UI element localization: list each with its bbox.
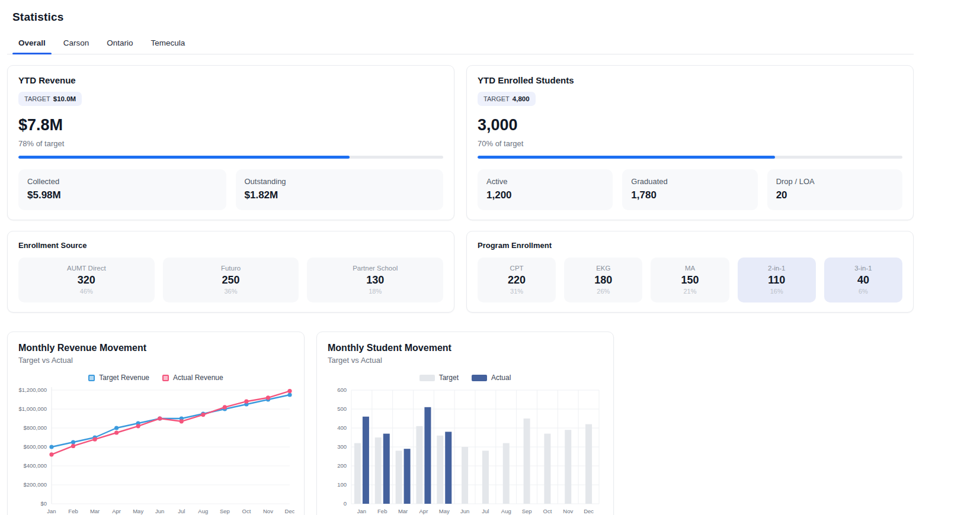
svg-text:Nov: Nov	[263, 508, 273, 514]
item-value: 250	[166, 274, 296, 287]
legend-label: Target Revenue	[99, 374, 149, 382]
svg-text:Dec: Dec	[584, 508, 594, 514]
item-percent: 26%	[568, 288, 639, 295]
revenue-subtext: 78% of target	[18, 139, 443, 148]
students_card-stat-value: 20	[776, 189, 893, 201]
item-percent: 6%	[828, 288, 899, 295]
svg-text:Jan: Jan	[357, 508, 366, 514]
enrollment-source-items: AUMT Direct32046%Futuro25036%Partner Sch…	[18, 258, 443, 302]
enrollment-source-item-partner-school: Partner School13018%	[307, 258, 443, 302]
revenue_card-stat-label: Outstanding	[245, 177, 435, 186]
ytd-students-card: YTD Enrolled Students TARGET 4,800 3,000…	[466, 65, 914, 220]
students-target-value: 4,800	[513, 95, 530, 102]
item-percent: 18%	[310, 288, 440, 295]
program-enrollment-item-cpt: CPT22031%	[478, 258, 556, 302]
revenue-chart-subtitle: Target vs Actual	[18, 356, 293, 365]
svg-text:$1,200,000: $1,200,000	[18, 387, 47, 393]
tab-carson[interactable]: Carson	[57, 33, 95, 54]
svg-text:$800,000: $800,000	[23, 424, 47, 431]
svg-text:Mar: Mar	[90, 508, 100, 514]
item-value: 180	[568, 274, 639, 287]
revenue_card-stat-collected: Collected$5.98M	[18, 169, 226, 210]
svg-text:Jun: Jun	[155, 508, 164, 514]
program-enrollment-title: Program Enrollment	[478, 241, 902, 250]
item-percent: 46%	[22, 288, 151, 295]
svg-text:$1,000,000: $1,000,000	[18, 405, 47, 412]
svg-text:200: 200	[337, 462, 347, 469]
legend-swatch	[88, 375, 95, 381]
student-bar-chart: 0100200300400500600JanFebMarAprMayJunJul…	[328, 383, 604, 515]
svg-text:Apr: Apr	[112, 508, 121, 514]
tab-temecula[interactable]: Temecula	[145, 33, 191, 54]
item-value: 150	[654, 274, 725, 287]
item-label: Partner School	[310, 265, 440, 272]
legend-swatch	[162, 375, 169, 381]
tab-bar: OverallCarsonOntarioTemecula	[7, 33, 914, 54]
svg-text:Oct: Oct	[242, 508, 251, 514]
revenue-chart-card: Monthly Revenue Movement Target vs Actua…	[7, 331, 305, 515]
item-label: AUMT Direct	[22, 265, 151, 272]
svg-text:$600,000: $600,000	[23, 443, 47, 450]
svg-text:100: 100	[337, 481, 347, 488]
students_card-stat-label: Drop / LOA	[776, 177, 893, 186]
student-chart-title: Monthly Student Movement	[328, 343, 603, 353]
item-value: 320	[22, 274, 151, 287]
students_card-stat-graduated: Graduated1,780	[622, 169, 757, 210]
program-enrollment-card: Program Enrollment CPT22031%EKG18026%MA1…	[466, 231, 914, 313]
revenue_card-stat-label: Collected	[27, 177, 217, 186]
student-chart-legend: TargetActual	[328, 374, 603, 382]
ytd-revenue-title: YTD Revenue	[18, 75, 443, 85]
revenue-target-badge: TARGET $10.0M	[18, 92, 82, 106]
svg-text:Dec: Dec	[285, 508, 294, 514]
ytd-revenue-card: YTD Revenue TARGET $10.0M $7.8M 78% of t…	[7, 65, 454, 220]
revenue_card-stat-value: $5.98M	[27, 189, 217, 201]
svg-text:Jun: Jun	[460, 508, 469, 514]
svg-text:Apr: Apr	[419, 508, 428, 514]
item-label: CPT	[481, 265, 552, 272]
revenue-target-label: TARGET	[24, 95, 50, 102]
student-chart-card: Monthly Student Movement Target vs Actua…	[316, 331, 614, 515]
students-target-badge: TARGET 4,800	[478, 92, 536, 106]
tab-overall[interactable]: Overall	[12, 33, 52, 54]
legend-label: Target	[439, 374, 459, 382]
svg-text:Aug: Aug	[501, 508, 511, 514]
student-chart-subtitle: Target vs Actual	[328, 356, 603, 365]
enrollment-source-title: Enrollment Source	[18, 241, 443, 250]
legend-item-actual: Actual	[472, 374, 511, 382]
svg-text:Sep: Sep	[220, 508, 230, 514]
legend-swatch	[472, 375, 487, 381]
item-percent: 31%	[481, 288, 552, 295]
legend-label: Actual	[491, 374, 511, 382]
statistics-page: Statistics OverallCarsonOntarioTemecula …	[0, 0, 980, 515]
tab-ontario[interactable]: Ontario	[101, 33, 139, 54]
enrollment-source-item-futuro: Futuro25036%	[163, 258, 299, 302]
kpi-row: YTD Revenue TARGET $10.0M $7.8M 78% of t…	[7, 65, 914, 220]
revenue_card-stat-value: $1.82M	[245, 189, 435, 201]
svg-text:300: 300	[337, 443, 347, 450]
students-progress-track	[478, 156, 902, 159]
item-percent: 21%	[654, 288, 725, 295]
revenue-progress-track	[18, 156, 443, 159]
svg-text:May: May	[439, 508, 450, 514]
revenue-chart-legend: Target RevenueActual Revenue	[18, 374, 293, 382]
svg-text:Sep: Sep	[522, 508, 532, 514]
ytd-students-title: YTD Enrolled Students	[478, 75, 902, 85]
legend-item-target-revenue: Target Revenue	[88, 374, 149, 382]
program-enrollment-items: CPT22031%EKG18026%MA15021%2-in-111016%3-…	[478, 258, 902, 302]
svg-text:0: 0	[344, 500, 347, 507]
revenue-target-value: $10.0M	[53, 95, 76, 102]
item-label: MA	[654, 265, 725, 272]
students-subtext: 70% of target	[478, 139, 902, 148]
charts-row: Monthly Revenue Movement Target vs Actua…	[7, 331, 980, 515]
item-value: 40	[828, 274, 899, 287]
students-value: 3,000	[478, 116, 902, 134]
svg-text:Oct: Oct	[543, 508, 552, 514]
program-enrollment-item-3-in-1: 3-in-1406%	[824, 258, 902, 302]
item-value: 220	[481, 274, 552, 287]
item-label: 2-in-1	[741, 265, 812, 272]
legend-swatch	[419, 375, 435, 381]
item-label: Futuro	[166, 265, 296, 272]
revenue-chart-title: Monthly Revenue Movement	[18, 343, 293, 353]
enrollment-source-card: Enrollment Source AUMT Direct32046%Futur…	[7, 231, 454, 313]
item-label: 3-in-1	[828, 265, 899, 272]
